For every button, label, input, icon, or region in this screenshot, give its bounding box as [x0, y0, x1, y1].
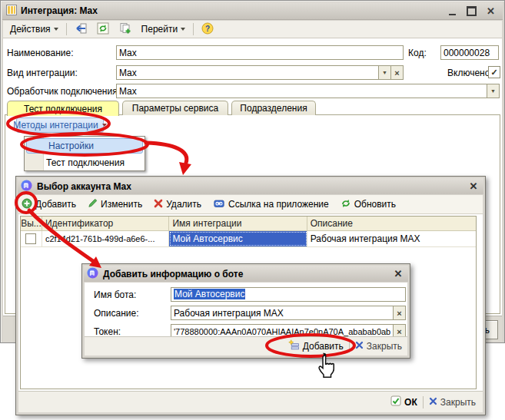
actions-label: Действия [10, 24, 51, 35]
goto-menu-button[interactable]: Перейти [139, 23, 188, 35]
chevron-down-icon [54, 28, 58, 31]
col-description[interactable]: Описание [307, 217, 476, 230]
maximize-button[interactable] [463, 5, 480, 18]
delete-account-button[interactable]: Удалить [154, 199, 201, 210]
window-title: Интеграция: Max [21, 5, 440, 16]
footer-separator [349, 340, 350, 352]
table-row[interactable]: c2f14d21-761b-499d-a6e6-... Мой Автосерв… [21, 231, 476, 247]
code-label: Код: [408, 48, 427, 58]
bot-dialog-title: Добавить информацию о боте [103, 269, 243, 279]
row-checkbox-cell[interactable] [21, 231, 42, 246]
col-integration-name[interactable]: Имя интеграции [169, 217, 307, 230]
chevron-down-icon [102, 124, 107, 127]
table-header-row: Вы... Идентификатор Имя интеграции Описа… [21, 217, 476, 231]
integration-methods-label: Методы интеграции [13, 120, 98, 131]
description-label: Описание: [94, 308, 139, 319]
account-dialog-footer: ОК Закрыть [18, 391, 483, 412]
goto-label: Перейти [141, 24, 178, 35]
pencil-icon [88, 198, 98, 210]
description-input[interactable] [171, 306, 394, 320]
account-toolbar: Добавить Изменить Удалить Ссылка на прил… [18, 195, 483, 214]
type-dropdown-button[interactable]: ▼ [378, 65, 391, 80]
type-clear-button[interactable]: × [390, 65, 404, 80]
footer-separator [423, 396, 424, 408]
copy-button[interactable] [117, 21, 134, 38]
close-bot-dialog-button[interactable]: Закрыть [355, 341, 402, 352]
type-label: Вид интеграции: [7, 68, 78, 78]
ok-button[interactable]: ОК [390, 395, 417, 408]
svg-text:?: ? [205, 24, 210, 32]
max-logo-icon [21, 180, 32, 193]
dialog-close-button[interactable]: Закрыть [429, 397, 476, 408]
refresh-button[interactable]: Обновить [341, 198, 396, 211]
bot-dialog-footer: Добавить Закрыть [85, 336, 407, 356]
account-dialog-title: Выбор аккаунта Max [37, 181, 131, 192]
add-bot-button[interactable]: Добавить [288, 339, 344, 353]
enabled-checkbox[interactable]: ✓ [488, 66, 500, 78]
integration-methods-button[interactable]: Методы интеграции [16, 117, 104, 133]
handler-input[interactable] [116, 84, 489, 98]
add-circle-icon [22, 198, 32, 211]
reread-button[interactable] [95, 21, 111, 38]
tab-connection-test[interactable]: Тест подключения [7, 101, 119, 116]
screen: Интеграция: Max ✕ Действия Перейти [0, 0, 505, 420]
blue-x-icon [355, 341, 364, 352]
type-input[interactable] [116, 65, 379, 80]
row-description-cell[interactable]: Рабочая интеграция MAX [307, 231, 476, 246]
menu-item-settings[interactable]: Настройки [26, 138, 143, 154]
row-id-cell[interactable]: c2f14d21-761b-499d-a6e6-... [42, 231, 169, 246]
name-input[interactable] [116, 45, 404, 60]
handler-dropdown-button[interactable]: ▼ [487, 84, 500, 98]
close-dialog-button[interactable]: ✕ [467, 180, 480, 193]
tab-departments[interactable]: Подразделения [231, 101, 316, 115]
close-dialog-button[interactable]: ✕ [391, 268, 405, 280]
description-clear-button[interactable]: × [393, 306, 406, 320]
edit-account-button[interactable]: Изменить [88, 198, 142, 210]
tab-service-params[interactable]: Параметры сервиса [122, 101, 228, 115]
methods-dropdown-menu: Настройки Тест подключения [24, 136, 145, 171]
refresh-icon [341, 198, 351, 211]
app-link-button[interactable]: Ссылка на приложение [213, 198, 329, 211]
menu-item-connection-test[interactable]: Тест подключения [25, 154, 145, 171]
close-window-button[interactable]: ✕ [483, 5, 499, 18]
col-identifier[interactable]: Идентификатор [42, 217, 169, 230]
minimize-button[interactable] [444, 5, 460, 18]
account-dialog-titlebar: Выбор аккаунта Max ✕ [18, 178, 483, 194]
name-label: Наименование: [7, 48, 74, 58]
app-link-label: Ссылка на приложение [228, 199, 329, 210]
token-label: Токен: [94, 326, 121, 337]
blue-x-icon [429, 397, 437, 408]
chevron-down-icon [181, 28, 185, 31]
actions-menu-button[interactable]: Действия [8, 23, 61, 35]
main-titlebar: Интеграция: Max ✕ [2, 2, 503, 20]
add-bot-label: Добавить [303, 341, 344, 352]
link-icon [213, 198, 225, 211]
code-input[interactable] [440, 45, 499, 60]
ok-label: ОК [404, 397, 417, 408]
help-button[interactable]: ? [199, 21, 216, 38]
copy-plus-icon [119, 22, 131, 37]
main-toolbar: Действия Перейти ? [3, 21, 502, 38]
bot-name-input[interactable]: Мой Автосервис [171, 287, 406, 302]
delete-x-icon [154, 199, 163, 210]
handler-label: Обработчик подключения: [7, 86, 120, 97]
selected-text: Мой Автосервис [174, 289, 245, 299]
row-name-cell[interactable]: Мой Автосервис [169, 231, 307, 246]
refresh-label: Обновить [354, 199, 396, 210]
ok-check-icon [390, 395, 401, 408]
delete-label: Удалить [166, 199, 201, 210]
post-document-button[interactable] [72, 21, 89, 38]
enabled-label: Включено [447, 68, 490, 78]
add-to-list-icon [288, 339, 300, 353]
add-account-button[interactable]: Добавить [22, 198, 76, 211]
help-icon: ? [201, 22, 214, 37]
row-checkbox[interactable] [25, 233, 36, 244]
max-logo-icon [87, 267, 98, 281]
toolbar-separator [193, 23, 194, 35]
bot-dialog-body: Имя бота: Мой Автосервис Описание: × Ток… [85, 283, 407, 356]
col-selected[interactable]: Вы... [21, 217, 42, 230]
toolbar-separator [66, 23, 67, 35]
dialog-close-label: Закрыть [440, 397, 476, 408]
app-table-icon [6, 5, 17, 18]
add-bot-dialog: Добавить информацию о боте ✕ Имя бота: М… [81, 263, 410, 359]
